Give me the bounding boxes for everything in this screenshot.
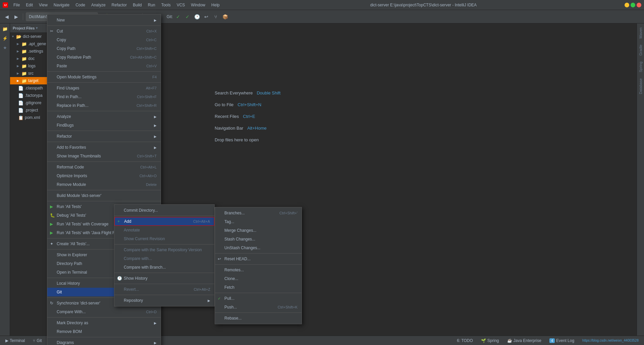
menu-copy-path-label: Copy Path bbox=[57, 46, 134, 51]
menu-code[interactable]: Code bbox=[73, 2, 88, 8]
menu-refactor[interactable]: Refactor ▶ bbox=[47, 132, 161, 141]
git-annotate[interactable]: Annotate bbox=[114, 226, 214, 234]
menu-help[interactable]: Help bbox=[209, 2, 222, 8]
git-history-button[interactable]: 🕐 bbox=[193, 13, 201, 21]
menu-add-favorites[interactable]: Add to Favorites ▶ bbox=[47, 143, 161, 152]
git-branches-button[interactable]: ⑂ bbox=[212, 13, 220, 21]
repo-tag[interactable]: Tag... bbox=[215, 217, 302, 226]
url-display[interactable]: https://blog.csdn.net/weixn_44003528 bbox=[580, 338, 641, 343]
git-repository[interactable]: Repository ▶ bbox=[114, 296, 214, 305]
git-shelve-button[interactable]: 📦 bbox=[221, 13, 229, 21]
git-commit-dir[interactable]: Commit Directory... bbox=[114, 206, 214, 215]
menu-navigate[interactable]: Navigate bbox=[51, 2, 72, 8]
todo-tab[interactable]: 6: TODO bbox=[454, 338, 476, 344]
tree-label-doc: doc bbox=[28, 56, 35, 61]
cut-icon: ✂ bbox=[50, 29, 55, 33]
menu-find-usages[interactable]: Find Usages Alt+F7 bbox=[47, 84, 161, 92]
git-push-button[interactable]: ✓ bbox=[183, 13, 192, 21]
menu-new[interactable]: New ▶ bbox=[47, 16, 161, 24]
forward-button[interactable]: ▶ bbox=[12, 13, 20, 21]
project-icon[interactable]: 📁 bbox=[1, 25, 9, 33]
menu-build-module[interactable]: Build Module 'dict-server' bbox=[47, 191, 161, 200]
menu-module-settings[interactable]: Open Module Settings F4 bbox=[47, 73, 161, 81]
spring-tab[interactable]: 🌱 Spring bbox=[478, 338, 502, 344]
git-show-history[interactable]: 🕐 Show History bbox=[114, 274, 214, 283]
sync-icon: ↻ bbox=[50, 301, 55, 305]
menu-find-path[interactable]: Find in Path... Ctrl+Shift+F bbox=[47, 92, 161, 101]
menu-paste[interactable]: Paste Ctrl+V bbox=[47, 62, 161, 70]
menu-tools[interactable]: Tools bbox=[159, 2, 173, 8]
repo-pull[interactable]: ✓ Pull... bbox=[215, 294, 302, 303]
menu-refactor[interactable]: Refactor bbox=[109, 2, 129, 8]
menu-analyze[interactable]: Analyze ▶ bbox=[47, 112, 161, 121]
repo-stash[interactable]: Stash Changes... bbox=[215, 235, 302, 244]
menu-copy-relative[interactable]: Copy Relative Path Ctrl+Alt+Shift+C bbox=[47, 53, 161, 62]
tree-arrow-root: ▼ bbox=[11, 35, 15, 38]
git-show-revision[interactable]: Show Current Revision bbox=[114, 234, 214, 243]
menu-mark-directory[interactable]: Mark Directory as ▶ bbox=[47, 319, 161, 327]
git-revert[interactable]: Revert... Ctrl+Alt+Z bbox=[114, 285, 214, 294]
structure-icon[interactable]: ⚡ bbox=[1, 34, 9, 42]
git-commit-button[interactable]: ✓ bbox=[174, 13, 182, 21]
repo-reset-head[interactable]: ↩ Reset HEAD... bbox=[215, 255, 302, 263]
repo-unstash[interactable]: UnStash Changes... bbox=[215, 244, 302, 252]
right-tab-maven[interactable]: Maven bbox=[638, 25, 643, 41]
menu-diagrams[interactable]: Diagrams ▶ bbox=[47, 338, 161, 345]
git-sep-3 bbox=[114, 273, 214, 273]
repo-rebase[interactable]: Rebase... bbox=[215, 314, 302, 323]
menu-vcs[interactable]: VCS bbox=[174, 2, 188, 8]
menu-optimize-imports[interactable]: Optimize Imports Ctrl+Alt+O bbox=[47, 171, 161, 180]
git-compare-with[interactable]: Compare with... bbox=[114, 254, 214, 263]
menu-mark-directory-arrow: ▶ bbox=[154, 321, 157, 325]
menu-replace-path[interactable]: Replace in Path... Ctrl+Shift+R bbox=[47, 101, 161, 110]
toolbar-sep-1 bbox=[23, 13, 23, 20]
menu-file[interactable]: File bbox=[11, 2, 22, 8]
back-button[interactable]: ◀ bbox=[3, 13, 11, 21]
menu-analyze[interactable]: Analyze bbox=[89, 2, 108, 8]
sep-1 bbox=[47, 25, 161, 26]
menu-remove-bom[interactable]: Remove BOM bbox=[47, 327, 161, 336]
repo-branches[interactable]: Branches... Ctrl+Shift+' bbox=[215, 209, 302, 217]
repo-remotes[interactable]: Remotes... bbox=[215, 266, 302, 274]
repo-fetch[interactable]: Fetch bbox=[215, 283, 302, 292]
sep-8 bbox=[47, 190, 161, 190]
repo-reset-head-label: Reset HEAD... bbox=[224, 257, 298, 261]
repo-merge[interactable]: Merge Changes... bbox=[215, 226, 302, 235]
right-tab-spring[interactable]: Spring bbox=[638, 59, 643, 75]
git-add[interactable]: + Add Ctrl+Alt+A bbox=[114, 217, 214, 226]
java-enterprise-tab[interactable]: ☕ Java Enterprise bbox=[504, 338, 544, 344]
menu-findbugs[interactable]: FindBugs ▶ bbox=[47, 121, 161, 130]
git-tab[interactable]: ⑂ Git bbox=[30, 338, 44, 344]
menu-findbugs-label: FindBugs bbox=[57, 123, 154, 128]
spring-icon: 🌱 bbox=[481, 338, 486, 343]
terminal-tab[interactable]: ▶ Terminal bbox=[3, 338, 28, 344]
right-tab-gradle[interactable]: Gradle bbox=[638, 42, 643, 58]
git-sep-2 bbox=[114, 244, 214, 245]
close-button[interactable] bbox=[637, 3, 641, 7]
menu-compare-with[interactable]: Compare With... Ctrl+D bbox=[47, 307, 161, 316]
git-compare-same[interactable]: Compare with the Same Repository Version bbox=[114, 246, 214, 254]
event-log-tab[interactable]: 4 Event Log bbox=[547, 338, 577, 344]
repo-clone[interactable]: Clone... bbox=[215, 274, 302, 283]
menu-view[interactable]: View bbox=[36, 2, 50, 8]
menu-image-thumbnails[interactable]: Show Image Thumbnails Ctrl+Shift+T bbox=[47, 152, 161, 160]
git-annotate-label: Annotate bbox=[124, 228, 210, 232]
debug-icon: 🐛 bbox=[50, 213, 55, 218]
menu-remove-module[interactable]: Remove Module Delete bbox=[47, 180, 161, 189]
menu-run[interactable]: Run bbox=[145, 2, 158, 8]
menu-copy-path[interactable]: Copy Path Ctrl+Shift+C bbox=[47, 44, 161, 53]
folder-icon-target: 📁 bbox=[21, 78, 27, 83]
menu-window[interactable]: Window bbox=[188, 2, 208, 8]
git-revert-button[interactable]: ↩ bbox=[202, 13, 210, 21]
menu-cut[interactable]: ✂ Cut Ctrl+X bbox=[47, 27, 161, 36]
maximize-button[interactable] bbox=[631, 3, 635, 7]
minimize-button[interactable] bbox=[625, 3, 629, 7]
favorites-icon[interactable]: ★ bbox=[1, 44, 9, 52]
menu-edit[interactable]: Edit bbox=[23, 2, 36, 8]
git-compare-branch[interactable]: Compare with Branch... bbox=[114, 263, 214, 272]
menu-build[interactable]: Build bbox=[130, 2, 145, 8]
menu-copy[interactable]: Copy Ctrl+C bbox=[47, 36, 161, 44]
repo-push[interactable]: Push... Ctrl+Shift+K bbox=[215, 303, 302, 312]
right-tab-database[interactable]: Database bbox=[638, 76, 643, 97]
menu-reformat[interactable]: Reformat Code Ctrl+Alt+L bbox=[47, 163, 161, 171]
